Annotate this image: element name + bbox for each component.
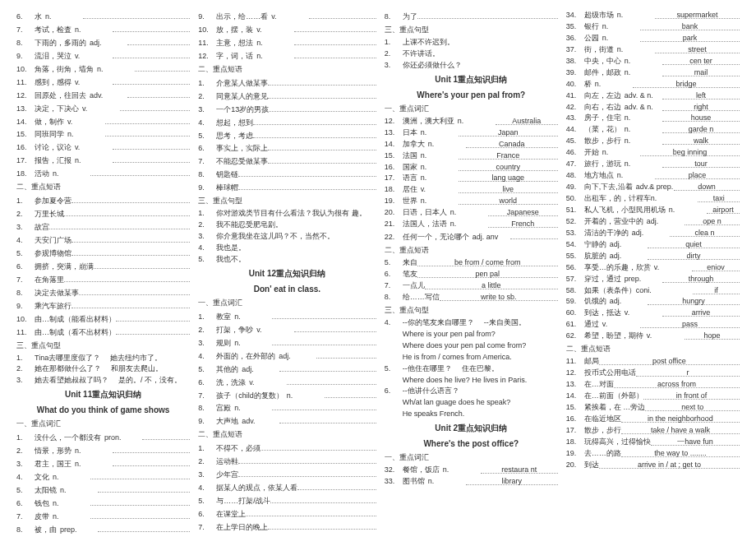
phrase-row: 1. 参加夏令营 — [16, 194, 190, 207]
item-answer: Canada — [466, 139, 558, 148]
vocab-row: 50. 出租车，的，计程车n. taxi — [566, 193, 740, 205]
vocab-row: 14. 加拿大 n. Canada — [385, 139, 558, 150]
item-chinese: 澳洲，澳大利亚 — [403, 116, 454, 127]
item-pos: n. — [621, 124, 662, 136]
item-num: 16. — [566, 414, 584, 425]
item-chinese: 外面的，在外部的 — [216, 351, 275, 363]
item-num: 7. — [198, 156, 216, 168]
item-num: 38. — [566, 56, 584, 67]
item-num: 57. — [566, 274, 584, 285]
sentence-a: --他住在哪里？ — [403, 363, 452, 375]
item-num: 5. — [198, 254, 216, 266]
item-num: 41. — [566, 90, 584, 102]
column-1: 6. 水 n. 7. 考试，检査 n. 8. 下雨的，多雨的 adj. 9. 流… — [16, 10, 190, 550]
column-3: 8. 为了 三、重点句型 1. 上课不许迟到。 2. 不许讲话。 3. 你还必须… — [385, 10, 558, 550]
item-chinese: 运动鞋 — [216, 456, 238, 468]
sentence-row: Where is your pen pal from? — [385, 329, 558, 340]
item-answer: hungry — [648, 296, 740, 305]
item-chinese: 法国 — [403, 150, 417, 162]
item-num: 1. — [198, 443, 216, 455]
item-num: 56. — [566, 262, 584, 274]
item-answer: post office — [599, 356, 740, 365]
item-chinese: 皮带 — [35, 511, 49, 523]
vocab-row: 51. 私人飞机，小型民用机场 n. airport — [566, 205, 740, 216]
phrase-block: 1. 参加夏令营 2. 万里长城 3. 故宫 4. 天安门广场 5. 参观博物馆… — [16, 194, 190, 338]
item-pos: v. — [651, 262, 692, 274]
item-answer: park — [640, 33, 740, 42]
vocab-row: 48. 地方地点 n. place — [566, 170, 740, 182]
item-answer: bank — [640, 21, 740, 30]
item-num: 42. — [566, 102, 584, 113]
item-num: 17. — [16, 155, 35, 167]
item-num: 6. — [385, 386, 403, 397]
phrase-row: 4. 据某人的观点，依某人看 — [198, 481, 376, 494]
item-pos: n. — [599, 147, 640, 159]
item-pos: n. — [621, 136, 662, 147]
item-answer — [279, 414, 376, 423]
sentence-row: 1. 你对游戏类节目有什么看法？我认为很有 趣。 — [198, 208, 376, 220]
item-chinese: 出租车，的，计程车n. — [584, 193, 657, 205]
item-pos: n. — [71, 155, 113, 167]
item-num: 4. — [198, 118, 216, 129]
vocab-row: 42. 向右，右边 adv. & n. right — [566, 102, 740, 113]
item-chinese: 旅行，游玩 — [584, 159, 621, 170]
item-pos: n. — [666, 205, 707, 216]
item-num: 5. — [16, 248, 35, 260]
item-chinese: 同意某人的意见 — [216, 91, 268, 103]
item-chinese: 出示，给……看 — [216, 12, 268, 23]
sentence-row: 5. --他住在哪里？ 住在巴黎。 — [385, 363, 558, 375]
item-answer — [83, 10, 190, 19]
item-num: 9. — [198, 12, 216, 23]
sentence-a: 我也是。 — [216, 243, 246, 254]
item-chinese: 决定，下决心 — [35, 104, 79, 115]
item-answer: supermarket — [655, 10, 740, 19]
section-label: 三、重点句型 — [198, 196, 376, 206]
item-chinese: 思考，考虑 — [216, 131, 253, 142]
vocab-row: 61. 通过 v. pass — [566, 319, 740, 331]
item-answer — [64, 207, 190, 216]
section-label: 一、重点词汇 — [16, 419, 190, 429]
item-answer — [90, 470, 190, 479]
item-num: 36. — [566, 33, 584, 44]
item-num: 3. — [16, 222, 35, 234]
item-chinese: 居住 — [403, 184, 417, 196]
vocab-row: 5. 太阳镜 n. — [16, 484, 190, 497]
item-chinese: 一点儿 — [403, 280, 425, 292]
vocab-row: 21. 法国人，法语 n. French — [385, 219, 558, 230]
item-pos: n. — [231, 338, 272, 349]
item-num: 11. — [16, 77, 35, 89]
vocab-row: 14. 做，制作 v. — [16, 115, 190, 128]
item-chinese: 万里长城 — [35, 209, 64, 220]
vocab-row: 43. 房子，住宅 n. house — [566, 113, 740, 124]
item-answer: mail — [662, 67, 740, 76]
item-chinese: （菜，花） — [584, 124, 621, 136]
item-answer — [113, 154, 190, 163]
item-num: 1. — [385, 37, 403, 49]
item-num: 51. — [566, 205, 584, 216]
unit-heading-en: Where's your pen pal from? — [385, 90, 558, 100]
item-num: 7. — [385, 280, 403, 292]
item-num: 2. — [198, 456, 216, 468]
section-label: 三、重点句型 — [16, 340, 190, 351]
item-chinese: 去……的路 — [584, 448, 621, 460]
item-num: 2. — [198, 91, 216, 103]
item-num: 3. — [198, 470, 216, 481]
unit-heading: Unit 2重点知识归纳 — [385, 423, 558, 434]
item-chinese: 想起，想到 — [216, 118, 253, 129]
sentence-row: 2. 她在那都做什么了？ 和朋友去爬山。 — [16, 363, 190, 375]
phrase-row: 15. 紧挨着，在 …旁边 next to — [566, 402, 740, 414]
item-pos: adj. — [606, 239, 648, 251]
phrase-row: 20. 到达 arrive in / at ; get to — [566, 460, 740, 471]
item-chinese: 流泪，哭泣 — [35, 51, 71, 62]
vocab-block: 1. 没什么，一个都没有 pron. 2. 情景，形势 n. 3. 君主，国王 … — [16, 431, 190, 536]
vocab-row: 6. 钱包 n. — [16, 497, 190, 510]
phrase-row: 5. 与……打架/战斗 — [198, 494, 376, 507]
item-chinese: 超级市场 — [584, 10, 614, 21]
item-pos: n. — [94, 64, 135, 76]
item-pos: pron. — [101, 433, 142, 444]
item-chinese: 少年宫 — [216, 470, 238, 481]
item-answer: through — [662, 274, 740, 283]
item-num: 17. — [566, 425, 584, 437]
vocab-row: 10. 放，摆，装 v. — [198, 23, 376, 36]
item-chinese: 语言 — [403, 173, 417, 184]
